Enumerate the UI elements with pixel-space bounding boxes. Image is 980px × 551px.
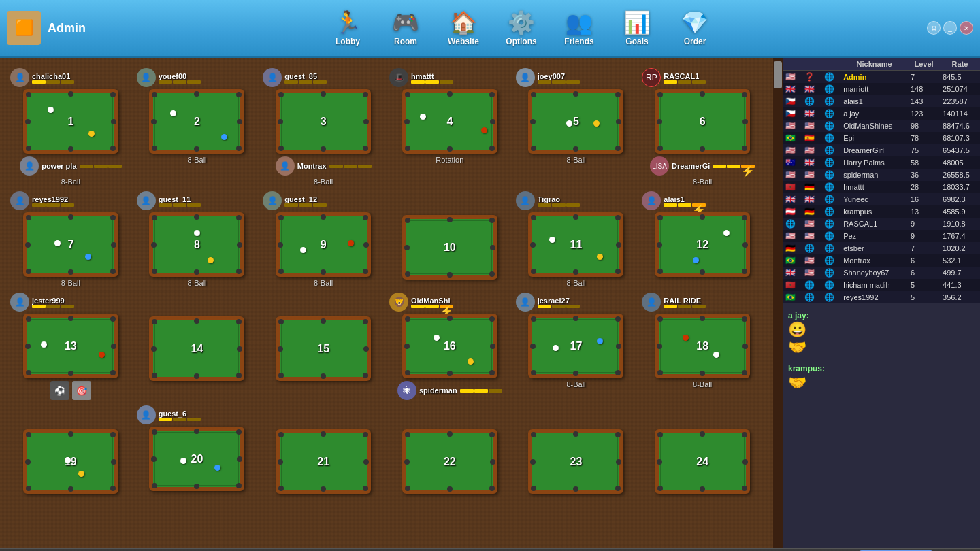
pool-table-18[interactable]: 18 xyxy=(655,314,750,378)
pool-table-19[interactable]: 19 xyxy=(23,429,118,494)
pool-table-9[interactable]: 9 xyxy=(276,212,371,277)
pool-table-5[interactable]: 5 xyxy=(528,89,623,154)
player-rate-4: 88474.6 xyxy=(940,120,980,132)
avatar-railride: 👤 xyxy=(642,293,661,312)
pool-table-13[interactable]: 13 xyxy=(23,314,118,378)
pool-table-17[interactable]: 17 xyxy=(528,314,623,378)
close-button[interactable]: ✕ xyxy=(960,21,973,35)
flag3-cell-2: 🌐 xyxy=(821,95,840,107)
player-row-2[interactable]: 🇨🇿 🌐 🌐 alais1 143 223587 xyxy=(783,95,980,107)
player-row-9[interactable]: 🇲🇦 🇩🇪 🌐 hmattt 28 18033.7 xyxy=(783,181,980,193)
room-cell-11: 👤 Tigrao 11 8-Ball xyxy=(516,191,637,287)
table-number-23: 23 xyxy=(570,456,583,468)
player-guest85: guest_85 xyxy=(284,72,327,80)
pool-table-24[interactable]: 24 xyxy=(655,429,750,494)
flag3-cell-0: 🌐 xyxy=(821,71,840,84)
table-number-18: 18 xyxy=(696,340,708,352)
nav-goals[interactable]: 📊 Goals xyxy=(613,10,661,46)
player-name-17: hicham madih xyxy=(840,279,908,291)
avatar-guest12: 👤 xyxy=(263,191,282,210)
player-row-18[interactable]: 🇧🇷 🌐 🌐 reyes1992 5 356.2 xyxy=(783,291,980,303)
pool-table-1[interactable]: 1 xyxy=(23,89,118,154)
table-number-14: 14 xyxy=(191,343,203,355)
player-spiderman: spiderman xyxy=(419,386,457,395)
player-level-7: 58 xyxy=(908,156,940,169)
player-row-1[interactable]: 🇬🇧 🇬🇧 🌐 marriott 148 251074 xyxy=(783,83,980,95)
room-type-17: 8-Ball xyxy=(566,380,585,388)
player-row-10[interactable]: 🇬🇧 🇬🇧 🌐 Yuneec 16 6982.3 xyxy=(783,193,980,205)
pool-table-14[interactable]: 14 xyxy=(149,316,244,381)
player-row-3[interactable]: 🇨🇿 🇬🇧 🌐 a jay 123 140114 xyxy=(783,107,980,120)
nav-room[interactable]: 🎮 Room xyxy=(382,10,429,46)
pool-table-2[interactable]: 2 xyxy=(149,89,244,154)
player-row-17[interactable]: 🇲🇦 🌐 🌐 hicham madih 5 441.3 xyxy=(783,279,980,291)
vertical-scrollbar[interactable] xyxy=(773,58,783,548)
player-row-4[interactable]: 🇺🇸 🇺🇸 🌐 OldManShines 98 88474.6 xyxy=(783,120,980,132)
player-power-pla: power pla xyxy=(42,162,76,170)
room-cell-10: 10 xyxy=(389,191,510,287)
player-dreamergirl: DreamerGi xyxy=(672,162,710,170)
table-number-10: 10 xyxy=(444,241,456,254)
player-row-11[interactable]: 🇦🇹 🇩🇪 🌐 krampus 13 4585.9 xyxy=(783,205,980,218)
pool-table-21[interactable]: 21 xyxy=(276,429,371,494)
nav-lobby[interactable]: 🏃 Lobby xyxy=(324,10,372,46)
pool-table-8[interactable]: 8 xyxy=(149,212,244,277)
table-number-21: 21 xyxy=(317,456,329,468)
player-row-7[interactable]: 🇦🇺 🇬🇧 🌐 Harry Palms 58 48005 xyxy=(783,156,980,169)
avatar-hmattt: 🎩 xyxy=(389,68,408,87)
player-level-16: 6 xyxy=(908,267,940,279)
pool-table-3[interactable]: 3 xyxy=(276,89,371,154)
window-controls: ⚙ _ ✕ xyxy=(927,21,973,35)
player-name-11: krampus xyxy=(840,205,908,218)
player-row-16[interactable]: 🇬🇧 🇺🇸 🌐 Shaneyboy67 6 499.7 xyxy=(783,267,980,279)
avatar-guest6: 👤 xyxy=(137,405,156,424)
pool-table-12[interactable]: 12 xyxy=(655,212,750,277)
room-cell-15: 15 xyxy=(263,293,384,400)
table-number-22: 22 xyxy=(444,456,456,468)
scroll-thumb[interactable] xyxy=(774,61,782,88)
nav-website[interactable]: 🏠 Website xyxy=(440,10,487,46)
player-row-12[interactable]: 🌐 🇺🇸 🌐 RASCAL1 9 1910.8 xyxy=(783,218,980,230)
settings-button[interactable]: ⚙ xyxy=(927,21,941,35)
avatar-dreamergirl: LISA xyxy=(650,156,669,176)
player-row-5[interactable]: 🇧🇷 🇪🇸 🌐 Epi 78 68107.3 xyxy=(783,132,980,144)
room-type-1: 8-Ball xyxy=(61,178,80,186)
player-rate-1: 251074 xyxy=(940,83,980,95)
pool-table-23[interactable]: 23 xyxy=(528,429,623,494)
room-cell-5: 👤 joey007 5 8-Ball xyxy=(516,68,637,186)
player-row-14[interactable]: 🇩🇪 🌐 🌐 etsber 7 1020.2 xyxy=(783,242,980,254)
pool-table-22[interactable]: 22 xyxy=(402,429,497,494)
player-rate-18: 356.2 xyxy=(940,291,980,303)
pool-table-15[interactable]: 15 xyxy=(276,316,371,381)
player-joey007: joey007 xyxy=(538,72,580,80)
player-rate-15: 532.1 xyxy=(940,254,980,267)
flag2-cell-18: 🌐 xyxy=(802,291,821,303)
nav-friends[interactable]: 👥 Friends xyxy=(555,10,603,46)
player-row-6[interactable]: 🇺🇸 🇺🇸 🌐 DreamerGirl 75 65437.5 xyxy=(783,144,980,156)
room-type-8: 8-Ball xyxy=(187,279,206,287)
player-rate-9: 18033.7 xyxy=(940,181,980,193)
player-row-15[interactable]: 🇧🇷 🇺🇸 🌐 Montrax 6 532.1 xyxy=(783,254,980,267)
player-level-13: 9 xyxy=(908,230,940,242)
pool-table-6[interactable]: 6 xyxy=(655,89,750,154)
player-name-3: a jay xyxy=(840,107,908,120)
nav-order[interactable]: 💎 Order xyxy=(671,10,719,46)
flag-cell-9: 🇲🇦 xyxy=(783,181,802,193)
player-rascal1: RASCAL1 xyxy=(664,72,706,80)
pool-table-16[interactable]: 16 xyxy=(402,314,497,378)
options-icon: ⚙️ xyxy=(508,10,535,35)
player-row-13[interactable]: 🇺🇸 🇺🇸 🌐 Pez 9 1767.4 xyxy=(783,230,980,242)
pool-table-10[interactable]: 10 xyxy=(402,215,497,280)
pool-table-11[interactable]: 11 xyxy=(528,212,623,277)
flag2-cell-1: 🇬🇧 xyxy=(802,83,821,95)
pool-table-20[interactable]: 20 xyxy=(149,427,244,491)
player-row-8[interactable]: 🇺🇸 🇺🇸 🌐 spiderman 36 26558.5 xyxy=(783,169,980,181)
minimize-button[interactable]: _ xyxy=(943,21,957,35)
nav-options[interactable]: ⚙️ Options xyxy=(497,10,545,46)
flag-cell-17: 🇲🇦 xyxy=(783,279,802,291)
pool-table-7[interactable]: 7 xyxy=(23,212,118,277)
player-name-9: hmattt xyxy=(840,181,908,193)
pool-table-4[interactable]: 4 xyxy=(402,89,497,154)
player-row-0[interactable]: 🇺🇸 ❓ 🌐 Admin 7 845.5 xyxy=(783,71,980,84)
avatar-youef00: 👤 xyxy=(137,68,156,87)
